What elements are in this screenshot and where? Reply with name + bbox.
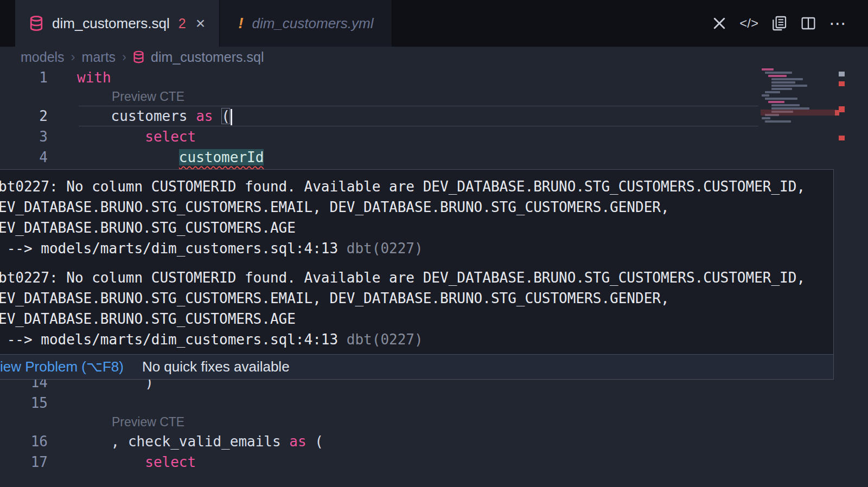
minimap-code-line xyxy=(771,104,800,106)
editor-line-2[interactable]: 2 customers as ( xyxy=(0,106,868,126)
diagnostic-source: dbt(0227) xyxy=(338,331,423,348)
editor-line-17[interactable]: 17 select xyxy=(0,452,868,472)
minimap-code-line xyxy=(765,72,792,74)
minimap-code-line xyxy=(762,94,769,97)
editor-line-1[interactable]: 1with xyxy=(0,67,868,88)
codelens-preview-cte[interactable]: Preview CTE xyxy=(112,89,184,104)
split-editor-icon[interactable] xyxy=(800,15,817,32)
overview-ruler-mark xyxy=(839,136,845,140)
text-cursor xyxy=(231,109,232,125)
diagnostic-location-link[interactable]: --> models/marts/dim_customers.sql:4:13 xyxy=(0,240,338,257)
warning-icon: ! xyxy=(238,15,243,32)
tab-strip-empty-space xyxy=(392,0,711,47)
diagnostic-location-link[interactable]: --> models/marts/dim_customers.sql:4:13 xyxy=(0,331,338,348)
minimap-code-line xyxy=(771,85,807,87)
diagnostic-text-line: EV_DATABASE.BRUNO.STG_CUSTOMERS.AGE xyxy=(0,217,833,238)
minimap-code-line xyxy=(771,88,792,90)
codelens-row: Preview CTE xyxy=(0,88,868,106)
tab-strip: dim_customers.sql 2 × ! dim_customers.ym… xyxy=(0,0,868,47)
tab-dirty-count-badge: 2 xyxy=(178,16,186,31)
more-actions-icon[interactable]: ⋯ xyxy=(829,13,847,34)
code-content: with xyxy=(48,67,111,88)
line-number: 3 xyxy=(0,126,48,147)
diagnostic-text-line: bt0227: No column CUSTOMERID found. Avai… xyxy=(0,267,833,288)
error-hover-popup: bt0227: No column CUSTOMERID found. Avai… xyxy=(0,169,834,380)
error-token-customerid[interactable]: customerId xyxy=(179,149,264,165)
breadcrumb: models › marts › dim_customers.sql xyxy=(0,47,868,67)
database-icon xyxy=(133,50,144,63)
editor-line-16[interactable]: 16 , check_valid_emails as ( xyxy=(0,431,868,452)
diagnostic-text-line: EV_DATABASE.BRUNO.STG_CUSTOMERS.EMAIL, D… xyxy=(0,288,833,309)
editor-line-3[interactable]: 3 select xyxy=(0,126,868,147)
minimap-code-line xyxy=(771,78,803,80)
dbt-power-user-icon[interactable] xyxy=(711,15,727,31)
codelens-row: Preview CTE xyxy=(0,413,868,431)
tab-dim-customers-sql[interactable]: dim_customers.sql 2 × xyxy=(15,0,219,47)
code-content: select xyxy=(48,126,196,147)
code-content: customerId xyxy=(48,147,264,168)
diagnostic-text-line: EV_DATABASE.BRUNO.STG_CUSTOMERS.AGE xyxy=(0,309,833,329)
editor-line-15[interactable]: 15 xyxy=(0,393,868,413)
overview-ruler-mark xyxy=(839,81,845,86)
tab-label: dim_customers.yml xyxy=(252,15,374,32)
line-number: 17 xyxy=(0,452,48,472)
overview-ruler-mark xyxy=(839,106,845,112)
view-problem-link[interactable]: iew Problem (⌥F8) xyxy=(0,358,124,375)
diagnostic-text-line: bt0227: No column CUSTOMERID found. Avai… xyxy=(0,176,833,197)
line-number: 1 xyxy=(0,67,48,88)
minimap-code-line xyxy=(765,120,791,123)
code-content: , check_valid_emails as ( xyxy=(48,431,323,452)
minimap-code-line xyxy=(768,101,784,103)
minimap-error-line-highlight xyxy=(761,110,837,116)
copy-table-icon[interactable] xyxy=(770,15,788,32)
breadcrumb-models[interactable]: models xyxy=(21,49,65,65)
line-number: 2 xyxy=(0,106,48,126)
code-editor[interactable]: 1withPreview CTE2 customers as (3 select… xyxy=(0,67,868,487)
editor-actions: </> ⋯ xyxy=(711,0,868,47)
diagnostic-source: dbt(0227) xyxy=(338,240,423,257)
minimap-code-line xyxy=(765,91,780,93)
code-content: customers as ( xyxy=(48,106,232,126)
minimap[interactable] xyxy=(761,68,837,131)
minimap-code-line xyxy=(762,68,774,71)
overview-ruler-mark xyxy=(839,72,845,76)
tab-dim-customers-yml[interactable]: ! dim_customers.yml xyxy=(219,0,392,47)
close-tab-icon[interactable]: × xyxy=(196,15,206,31)
line-number: 16 xyxy=(0,431,48,452)
codelens-preview-cte[interactable]: Preview CTE xyxy=(112,415,184,430)
chevron-right-icon: › xyxy=(71,49,75,65)
line-number: 15 xyxy=(0,393,48,413)
minimap-code-line xyxy=(762,117,770,119)
diagnostic-text-line: EV_DATABASE.BRUNO.STG_CUSTOMERS.EMAIL, D… xyxy=(0,197,833,217)
code-content xyxy=(48,393,77,413)
minimap-code-line xyxy=(765,98,797,100)
chevron-right-icon: › xyxy=(122,49,126,65)
compiled-code-icon[interactable]: </> xyxy=(739,16,758,31)
quick-fix-hint: No quick fixes available xyxy=(142,358,290,375)
breadcrumb-file[interactable]: dim_customers.sql xyxy=(151,49,264,65)
diagnostic-message: bt0227: No column CUSTOMERID found. Avai… xyxy=(0,267,833,350)
breadcrumb-marts[interactable]: marts xyxy=(82,49,116,65)
tab-label: dim_customers.sql xyxy=(52,15,170,32)
minimap-code-line xyxy=(768,75,787,77)
editor-line-4[interactable]: 4 customerId xyxy=(0,147,868,168)
database-icon xyxy=(29,15,43,31)
line-number: 4 xyxy=(0,147,48,168)
diagnostic-message: bt0227: No column CUSTOMERID found. Avai… xyxy=(0,176,833,259)
minimap-code-line xyxy=(771,81,795,84)
code-content: select xyxy=(48,452,196,472)
hover-status-bar: iew Problem (⌥F8) No quick fixes availab… xyxy=(0,354,833,379)
